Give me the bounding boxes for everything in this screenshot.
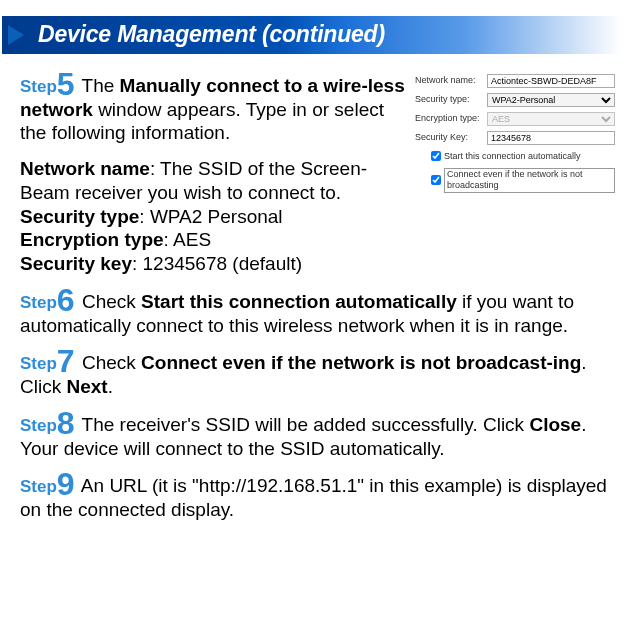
figure-label: Security Key: bbox=[415, 132, 487, 143]
figure-row-encryption-type: Encryption type: AES bbox=[415, 112, 615, 126]
figure-label: Encryption type: bbox=[415, 113, 487, 124]
param-label: Security key bbox=[20, 253, 132, 274]
step-text: The bbox=[77, 75, 120, 96]
connect-nobroadcast-checkbox[interactable] bbox=[431, 175, 441, 185]
figure-check1-label: Start this connection automatically bbox=[444, 151, 581, 162]
step-number: 6 bbox=[57, 282, 75, 318]
step-bold: Close bbox=[529, 414, 581, 435]
figure-check2-row: Connect even if the network is not broad… bbox=[431, 168, 615, 193]
step-bold: Next bbox=[66, 376, 107, 397]
step-label: Step bbox=[20, 354, 57, 373]
step-label: Step bbox=[20, 416, 57, 435]
param-label: Network name bbox=[20, 158, 150, 179]
step-number: 5 bbox=[57, 66, 75, 102]
header-triangle-icon bbox=[8, 25, 24, 45]
step-text: An URL (it is "http://192.168.51.1" in t… bbox=[20, 475, 607, 520]
content-area: Network name: Security type: WPA2-Person… bbox=[0, 64, 635, 544]
step-number: 8 bbox=[57, 405, 75, 441]
step-6: Step6 Check Start this connection automa… bbox=[20, 288, 615, 338]
step-8: Step8 The receiver's SSID will be added … bbox=[20, 411, 615, 461]
figure-check1-row: Start this connection automatically bbox=[431, 151, 615, 162]
step-number: 7 bbox=[57, 343, 75, 379]
param-label: Security type bbox=[20, 206, 139, 227]
param-label: Encryption type bbox=[20, 229, 164, 250]
step-number: 9 bbox=[57, 466, 75, 502]
param-text: : AES bbox=[164, 229, 212, 250]
step-bold: Start this connection automatically bbox=[141, 291, 457, 312]
section-header: Device Management (continued) bbox=[2, 16, 621, 54]
step-text: Check bbox=[77, 352, 141, 373]
figure-row-security-key: Security Key: bbox=[415, 131, 615, 145]
param-text: : WPA2 Personal bbox=[139, 206, 282, 227]
figure-label: Security type: bbox=[415, 94, 487, 105]
step-label: Step bbox=[20, 477, 57, 496]
step-text: Check bbox=[77, 291, 141, 312]
security-key-input[interactable] bbox=[487, 131, 615, 145]
param-text: : 12345678 (default) bbox=[132, 253, 302, 274]
encryption-type-select[interactable]: AES bbox=[487, 112, 615, 126]
step-9: Step9 An URL (it is "http://192.168.51.1… bbox=[20, 472, 615, 522]
network-name-input[interactable] bbox=[487, 74, 615, 88]
figure-row-security-type: Security type: WPA2-Personal bbox=[415, 93, 615, 107]
figure-row-network-name: Network name: bbox=[415, 74, 615, 88]
figure-check2-label: Connect even if the network is not broad… bbox=[444, 168, 615, 193]
figure-label: Network name: bbox=[415, 75, 487, 86]
step-label: Step bbox=[20, 293, 57, 312]
step-text: . bbox=[108, 376, 113, 397]
step-text: The receiver's SSID will be added succes… bbox=[77, 414, 530, 435]
auto-connect-checkbox[interactable] bbox=[431, 151, 441, 161]
step-bold: Connect even if the network is not broad… bbox=[141, 352, 581, 373]
wifi-dialog-figure: Network name: Security type: WPA2-Person… bbox=[415, 74, 615, 193]
step-label: Step bbox=[20, 77, 57, 96]
step-7: Step7 Check Connect even if the network … bbox=[20, 349, 615, 399]
security-type-select[interactable]: WPA2-Personal bbox=[487, 93, 615, 107]
header-title: Device Management (continued) bbox=[38, 21, 385, 47]
